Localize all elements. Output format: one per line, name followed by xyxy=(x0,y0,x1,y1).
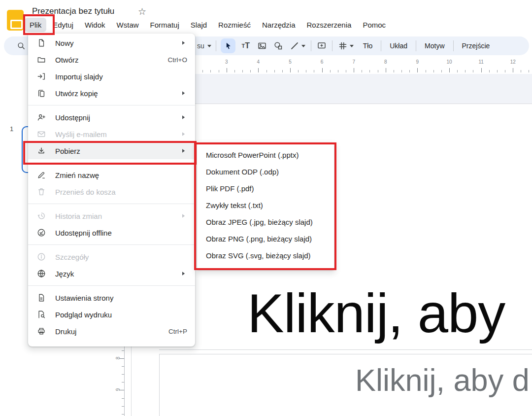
insert-comment-icon[interactable] xyxy=(316,40,328,52)
menu-item-podglad-wydruku[interactable]: Podgląd wydruku xyxy=(28,306,195,323)
details-info-icon xyxy=(37,252,46,261)
insert-image-icon[interactable] xyxy=(256,40,268,52)
menubar-item-narzedzia[interactable]: Narzędzia xyxy=(257,18,300,32)
ruler-number: 10 xyxy=(446,59,452,65)
menu-item-udostepnij-offline[interactable]: Udostępnij offline xyxy=(28,224,195,241)
submenu-item-obraz-svg-svg-biezacy-slajd[interactable]: Obraz SVG (.svg, bieżący slajd) xyxy=(197,247,334,264)
slides-logo-glyph xyxy=(10,20,23,29)
menu-item-udostepnij[interactable]: Udostępnij xyxy=(28,109,195,126)
submenu-item-plik-pdf-pdf[interactable]: Plik PDF (.pdf) xyxy=(197,180,334,197)
menu-separator xyxy=(28,285,195,286)
trash-icon xyxy=(37,187,46,196)
menubar-item-plik[interactable]: Plik xyxy=(25,18,46,32)
menu-item-pobierz[interactable]: Pobierz xyxy=(28,142,195,159)
insert-line-icon[interactable] xyxy=(289,40,306,52)
document-title[interactable]: Prezentacja bez tytułu xyxy=(32,6,114,16)
ruler-number: 8 xyxy=(384,59,387,65)
rename-pencil-icon xyxy=(37,171,46,179)
menu-item-historia-zmian[interactable]: Historia zmian xyxy=(28,208,195,224)
submenu-item-obraz-jpeg-jpg-biezacy-slajd[interactable]: Obraz JPEG (.jpg, bieżący slajd) xyxy=(197,213,334,230)
menu-item-szczego-y[interactable]: Szczegóły xyxy=(28,248,195,265)
menubar-item-rozszerzenia[interactable]: Rozszerzenia xyxy=(302,18,357,32)
menubar-item-wstaw[interactable]: Wstaw xyxy=(112,18,144,32)
version-history-icon xyxy=(37,211,46,220)
submenu-item-dokument-odp-odp[interactable]: Dokument ODP (.odp) xyxy=(197,163,334,180)
chevron-down-icon xyxy=(301,45,305,47)
submenu-arrow-icon xyxy=(179,113,187,121)
search-icon[interactable] xyxy=(17,41,26,50)
submenu-item-obraz-png-png-biezacy-slajd[interactable]: Obraz PNG (.png, bieżący slajd) xyxy=(197,230,334,247)
menu-separator xyxy=(28,244,195,245)
grid-view-icon[interactable] xyxy=(337,40,355,52)
title-placeholder-border xyxy=(159,349,532,350)
transition-button[interactable]: Przejście xyxy=(458,39,494,53)
shortcut-label: Ctrl+O xyxy=(168,56,187,64)
submenu-arrow-icon xyxy=(179,147,187,155)
select-cursor-icon[interactable] xyxy=(221,38,235,53)
star-outline-icon[interactable]: ☆ xyxy=(138,6,146,17)
menu-item-zmien-nazwe[interactable]: Zmień nazwę xyxy=(28,167,195,183)
menu-separator xyxy=(28,163,195,163)
language-globe-icon xyxy=(37,269,46,278)
menu-item-utworz-kopie[interactable]: Utwórz kopię xyxy=(28,85,195,102)
ruler-number: 9 xyxy=(416,59,419,65)
theme-button[interactable]: Motyw xyxy=(421,39,448,53)
new-document-icon xyxy=(37,38,46,47)
menu-item-ustawienia-strony[interactable]: Ustawienia strony xyxy=(28,289,195,306)
menu-item-jezyk[interactable]: Język xyxy=(28,265,195,282)
menubar-item-pomoc[interactable]: Pomoc xyxy=(358,18,391,32)
menubar-item-edytuj[interactable]: Edytuj xyxy=(48,18,78,32)
insert-shape-icon[interactable] xyxy=(272,40,284,52)
zoom-select-fragment[interactable]: su xyxy=(197,42,211,50)
download-icon xyxy=(37,146,46,155)
menu-item-otworz[interactable]: OtwórzCtrl+O xyxy=(28,51,195,68)
submenu-arrow-icon xyxy=(179,39,187,47)
submenu-arrow-icon xyxy=(179,212,187,220)
ruler-number: 7 xyxy=(352,59,355,65)
menubar-item-rozmiesc[interactable]: Rozmieść xyxy=(213,18,256,32)
import-slides-icon xyxy=(37,72,46,81)
printer-icon xyxy=(37,327,46,336)
menubar: PlikEdytujWidokWstawFormatujSlajdRozmieś… xyxy=(25,18,391,32)
chevron-down-icon xyxy=(207,45,211,47)
menu-item-wyslij-e-mailem[interactable]: Wyślij e-mailem xyxy=(28,126,195,142)
ruler-number: 3 xyxy=(225,59,228,65)
ruler-number: 6 xyxy=(321,59,324,65)
folder-open-icon xyxy=(37,55,46,64)
background-button[interactable]: Tło xyxy=(359,39,376,53)
toolbar-separator xyxy=(311,40,311,51)
file-menu-dropdown: NowyOtwórzCtrl+OImportuj slajdyUtwórz ko… xyxy=(28,34,195,347)
google-slides-logo[interactable] xyxy=(7,10,24,31)
shortcut-label: Ctrl+P xyxy=(168,328,187,335)
toolbar-separator xyxy=(416,40,416,51)
ruler-number: 11 xyxy=(478,59,483,65)
ruler-number: 4 xyxy=(257,59,260,65)
toolbar-separator xyxy=(381,40,381,51)
ruler-number: 9 xyxy=(115,387,121,393)
menu-item-nowy[interactable]: Nowy xyxy=(28,35,195,51)
text-box-icon[interactable]: TT xyxy=(240,40,252,52)
ruler-number: 8 xyxy=(115,355,121,361)
submenu-item-microsoft-powerpoint-pptx[interactable]: Microsoft PowerPoint (.pptx) xyxy=(197,146,334,163)
menu-item-przenies-do-kosza[interactable]: Przenieś do kosza xyxy=(28,183,195,200)
ruler-number: 5 xyxy=(289,59,292,65)
chevron-down-icon xyxy=(350,45,354,47)
layout-button[interactable]: Układ xyxy=(386,39,411,53)
submenu-item-zwyk-y-tekst-txt[interactable]: Zwykły tekst (.txt) xyxy=(197,197,334,213)
menu-separator xyxy=(28,204,195,204)
toolbar-separator xyxy=(216,40,216,51)
page-setup-icon xyxy=(37,293,46,302)
offline-pin-icon xyxy=(37,228,46,237)
submenu-arrow-icon xyxy=(179,270,187,277)
copy-icon xyxy=(37,89,46,98)
menubar-item-widok[interactable]: Widok xyxy=(80,18,110,32)
submenu-arrow-icon xyxy=(179,89,187,97)
slide-title-placeholder-text[interactable]: Kliknij, aby xyxy=(247,286,505,341)
toolbar-separator xyxy=(453,40,454,51)
slide-subtitle-placeholder-text[interactable]: Kliknij, aby d xyxy=(355,365,530,396)
menu-item-drukuj[interactable]: DrukujCtrl+P xyxy=(28,323,195,340)
ruler-number: 12 xyxy=(510,59,516,65)
menu-item-importuj-slajdy[interactable]: Importuj slajdy xyxy=(28,68,195,85)
menubar-item-formatuj[interactable]: Formatuj xyxy=(145,18,184,32)
menubar-item-slajd[interactable]: Slajd xyxy=(186,18,212,32)
